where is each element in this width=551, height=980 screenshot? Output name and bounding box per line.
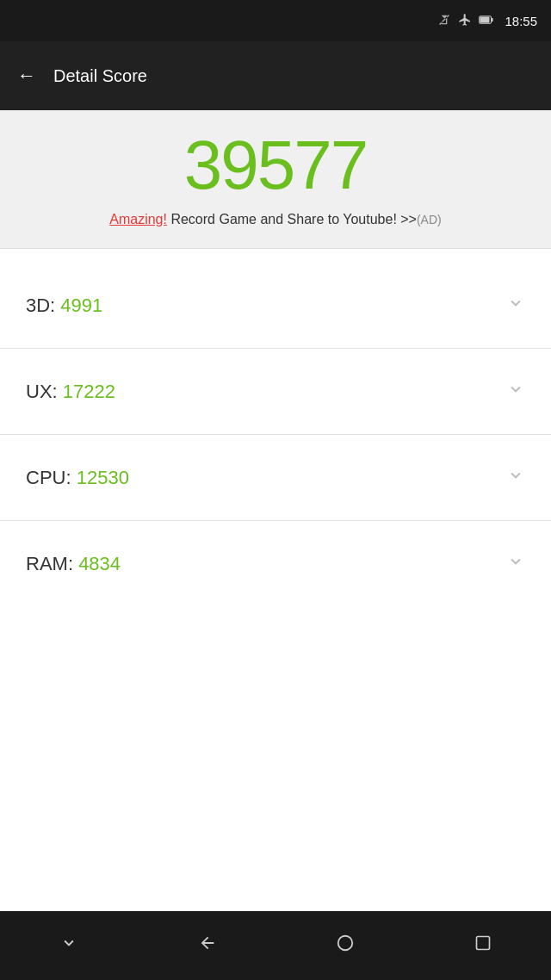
score-label-1: UX: 17222 xyxy=(26,381,115,403)
svg-rect-1 xyxy=(492,17,493,21)
ad-amazing-text[interactable]: Amazing! xyxy=(109,212,167,226)
airplane-icon xyxy=(458,13,472,29)
recents-icon[interactable] xyxy=(474,934,492,957)
score-item-3d[interactable]: 3D: 4991 xyxy=(0,263,551,349)
ad-message-text[interactable]: Record Game and Share to Youtube! >> xyxy=(167,212,417,226)
score-label-3: RAM: 4834 xyxy=(26,553,121,575)
svg-rect-4 xyxy=(476,937,489,950)
chevron-icon-0 xyxy=(506,294,525,317)
score-item-ux[interactable]: UX: 17222 xyxy=(0,349,551,435)
chevron-icon-2 xyxy=(506,466,525,489)
score-section: 39577 Amazing! Record Game and Share to … xyxy=(0,110,551,249)
chevron-down-icon[interactable] xyxy=(59,933,78,958)
chevron-icon-3 xyxy=(506,552,525,575)
chevron-icon-1 xyxy=(506,380,525,403)
score-value-2: 12530 xyxy=(77,467,129,488)
status-time: 18:55 xyxy=(505,14,537,28)
score-item-ram[interactable]: RAM: 4834 xyxy=(0,521,551,606)
app-bar: ← Detail Score xyxy=(0,41,551,110)
app-bar-title: Detail Score xyxy=(53,66,147,86)
sim-off-icon xyxy=(437,13,451,29)
back-button[interactable]: ← xyxy=(17,65,36,87)
total-score: 39577 xyxy=(26,127,525,203)
home-icon[interactable] xyxy=(336,933,355,958)
score-value-1: 17222 xyxy=(63,381,115,402)
nav-bar xyxy=(0,911,551,980)
scores-list: 3D: 4991UX: 17222CPU: 12530RAM: 4834 xyxy=(0,263,551,606)
score-label-2: CPU: 12530 xyxy=(26,467,129,489)
score-label-0: 3D: 4991 xyxy=(26,295,102,317)
ad-label: (AD) xyxy=(417,213,442,226)
svg-point-3 xyxy=(338,936,353,951)
score-item-cpu[interactable]: CPU: 12530 xyxy=(0,435,551,521)
svg-rect-2 xyxy=(480,16,490,22)
back-nav-icon[interactable] xyxy=(198,933,217,958)
ad-banner[interactable]: Amazing! Record Game and Share to Youtub… xyxy=(26,212,525,227)
score-value-0: 4991 xyxy=(60,295,102,316)
score-value-3: 4834 xyxy=(78,553,121,574)
battery-icon xyxy=(479,14,494,28)
status-bar: 18:55 xyxy=(0,0,551,41)
